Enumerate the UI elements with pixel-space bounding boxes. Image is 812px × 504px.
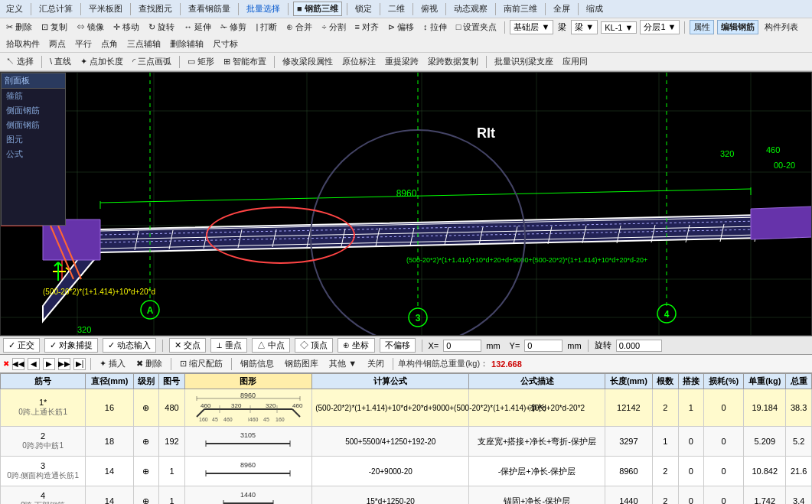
menu-fullscreen[interactable]: 全屏 <box>550 2 573 15</box>
btn-midpoint[interactable]: △ 中点 <box>252 338 290 353</box>
toolbar-row-3: ↖ 选择 \ 直线 ✦ 点加长度 ◜ 三点画弧 ▭ 矩形 ⊞ 智能布置 修改梁段… <box>0 53 812 71</box>
cell-diameter: 18 <box>86 427 134 457</box>
menu-view-qty[interactable]: 查看钢筋量 <box>185 2 233 15</box>
btn-delete[interactable]: ✂ 删除 <box>3 21 35 34</box>
btn-trim[interactable]: ✁ 修剪 <box>217 21 249 34</box>
nav-end[interactable]: ▶| <box>73 358 86 370</box>
dim-460-top: 460 <box>766 145 780 154</box>
menu-rebar-3d[interactable]: ■ 钢筋三维 <box>293 2 342 16</box>
btn-pick-member[interactable]: 拾取构件 <box>3 37 43 50</box>
coord-x-input[interactable] <box>443 340 481 352</box>
side-panel-item-element[interactable]: 图元 <box>2 132 65 147</box>
menu-calc[interactable]: 汇总计算 <box>36 2 76 15</box>
btn-rebar-library[interactable]: 钢筋图库 <box>281 357 322 370</box>
btn-mirror[interactable]: ⇔ 镜像 <box>73 21 107 34</box>
btn-split[interactable]: ÷ 分割 <box>318 21 348 34</box>
btn-arc[interactable]: ◜ 三点画弧 <box>129 55 174 68</box>
cell-lap: 0 <box>678 457 703 486</box>
btn-rebar-delete[interactable]: ✖ 删除 <box>132 357 166 370</box>
side-panel-item-stirrup[interactable]: 箍筋 <box>2 89 65 103</box>
btn-rotate[interactable]: ↻ 旋转 <box>145 21 178 34</box>
floor-dropdown[interactable]: 分层1 ▼ <box>640 20 680 34</box>
menu-south-3d[interactable]: 南前三维 <box>501 2 540 15</box>
btn-member-list[interactable]: 构件列表 <box>761 21 801 34</box>
btn-point-length[interactable]: ✦ 点加长度 <box>77 55 126 68</box>
btn-del-axis[interactable]: 删除辅轴 <box>167 37 207 50</box>
btn-parallel[interactable]: 平行 <box>72 37 95 50</box>
nav-next[interactable]: ▶ <box>43 358 55 370</box>
btn-copy-span-data[interactable]: 梁跨数据复制 <box>425 55 481 68</box>
btn-insert[interactable]: ✦ 插入 <box>96 357 129 370</box>
btn-original-mark[interactable]: 原位标注 <box>339 55 379 68</box>
btn-edit-rebar[interactable]: 编辑钢筋 <box>717 20 758 34</box>
btn-set-grip[interactable]: □ 设置夹点 <box>453 21 501 34</box>
btn-rebar-info[interactable]: 钢筋信息 <box>236 357 278 370</box>
rebar-close-icon[interactable]: ✖ <box>3 359 9 368</box>
btn-scale-config[interactable]: ⊡ 缩尺配筋 <box>176 357 227 370</box>
btn-intersection[interactable]: ✕ 交点 <box>169 338 206 353</box>
btn-break[interactable]: | 打断 <box>253 21 280 34</box>
btn-merge[interactable]: ⊕ 合并 <box>283 21 315 34</box>
btn-coordinate[interactable]: ⊕ 坐标 <box>338 338 374 353</box>
menu-2d[interactable]: 二维 <box>385 2 408 15</box>
layer-dropdown[interactable]: 基础层 ▼ <box>510 20 553 34</box>
btn-copy[interactable]: ⊡ 复制 <box>38 21 70 34</box>
btn-vertex[interactable]: ◇ 顶点 <box>295 338 333 353</box>
btn-angle-point[interactable]: 点角 <box>98 37 121 50</box>
beam-id-dropdown[interactable]: KL-1 ▼ <box>601 21 637 34</box>
btn-three-point-axis[interactable]: 三点辅轴 <box>124 37 164 50</box>
col-header-loss: 损耗(%) <box>704 374 744 389</box>
btn-extend[interactable]: ↔ 延伸 <box>181 21 214 34</box>
btn-rebar-other[interactable]: 其他 ▼ <box>325 357 360 370</box>
btn-line[interactable]: \ 直线 <box>47 55 74 68</box>
nav-first[interactable]: ◀◀ <box>12 358 24 370</box>
btn-orthogonal[interactable]: ✓ 正交 <box>3 338 40 353</box>
btn-dynamic-input[interactable]: ✓ 动态输入 <box>103 338 156 353</box>
btn-offset[interactable]: ⊳ 偏移 <box>385 21 417 34</box>
nav-prev[interactable]: ◀ <box>28 358 40 370</box>
menu-top-view[interactable]: 俯视 <box>418 2 441 15</box>
btn-modify-span-prop[interactable]: 修改梁段属性 <box>279 55 336 68</box>
beam-type-dropdown[interactable]: 梁 ▼ <box>571 20 598 34</box>
btn-snap[interactable]: ✓ 对象捕捉 <box>44 338 98 353</box>
btn-dim[interactable]: 尺寸标 <box>210 37 241 50</box>
btn-smart-layout[interactable]: ⊞ 智能布置 <box>220 55 269 68</box>
menu-lock[interactable]: 锁定 <box>352 2 375 15</box>
cad-viewport[interactable]: 8960 320 460 00-20 320 (500-20*2)*(1+1.4… <box>0 72 812 336</box>
menu-dynamic[interactable]: 动态观察 <box>451 2 491 15</box>
btn-rectangle[interactable]: ▭ 矩形 <box>184 55 217 68</box>
btn-move[interactable]: ✛ 移动 <box>110 21 142 34</box>
btn-stretch[interactable]: ↕ 拉伸 <box>420 21 450 34</box>
sep-status2 <box>422 340 422 352</box>
btn-perpendicular[interactable]: ⊥ 垂点 <box>210 338 247 353</box>
btn-align[interactable]: ≡ 对齐 <box>352 21 382 34</box>
toolbar-row-2: ✂ 删除 ⊡ 复制 ⇔ 镜像 ✛ 移动 ↻ 旋转 ↔ 延伸 ✁ 修剪 | 打断 … <box>0 18 812 53</box>
btn-re-lift-span[interactable]: 重提梁跨 <box>382 55 422 68</box>
table-row[interactable]: 4 0跨.下部钢筋 14 ⊕ 1 1440 15*d+125 <box>1 486 812 505</box>
btn-batch-identify[interactable]: 批量识别梁支座 <box>491 55 556 68</box>
coord-y-input[interactable] <box>524 340 563 352</box>
side-panel-item-formula[interactable]: 公式 <box>2 147 65 161</box>
rotation-input[interactable] <box>616 340 662 352</box>
table-row[interactable]: 2 0跨.跨中筋1 18 ⊕ 192 3105 500+55 <box>1 427 812 457</box>
menu-grid[interactable]: 平米板图 <box>86 2 126 15</box>
btn-rebar-close[interactable]: 关闭 <box>364 357 388 370</box>
btn-select[interactable]: ↖ 选择 <box>3 55 37 68</box>
side-panel-item-side1[interactable]: 侧面钢筋 <box>2 103 65 118</box>
table-row[interactable]: 1* 0跨.上通长筋1 16 ⊕ 480 8960 <box>1 389 812 427</box>
table-row[interactable]: 3 0跨.侧面构造通长筋1 14 ⊕ 1 8960 -20+ <box>1 457 812 486</box>
menu-define[interactable]: 定义 <box>3 2 26 15</box>
btn-apply-same[interactable]: 应用同 <box>559 55 591 68</box>
btn-property[interactable]: 属性 <box>690 20 714 34</box>
cell-length: 1440 <box>605 486 653 505</box>
menu-batch-select[interactable]: 批量选择 <box>243 2 283 15</box>
menu-find[interactable]: 查找图元 <box>135 2 175 15</box>
nav-last[interactable]: ▶▶ <box>58 358 70 370</box>
menu-shrink[interactable]: 缩成 <box>583 2 606 15</box>
table-area[interactable]: 筋号 直径(mm) 级别 图号 图形 计算公式 公式描述 长度(mm) 根数 搭… <box>0 373 812 504</box>
btn-no-offset[interactable]: 不偏移 <box>380 338 416 353</box>
cell-id: 2 0跨.跨中筋1 <box>1 427 86 457</box>
col-header-diameter: 直径(mm) <box>86 374 134 389</box>
btn-two-point[interactable]: 两点 <box>46 37 69 50</box>
side-panel-item-side2[interactable]: 侧面钢筋 <box>2 118 65 132</box>
